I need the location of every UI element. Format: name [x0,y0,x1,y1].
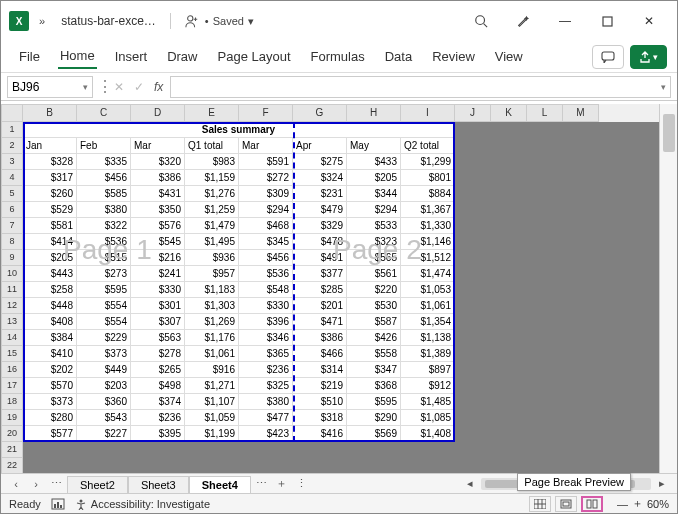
cell[interactable] [491,362,527,378]
cell[interactable]: $801 [401,170,455,186]
cell[interactable]: $329 [293,218,347,234]
cell[interactable] [491,314,527,330]
share-user-icon[interactable] [185,14,199,28]
cell[interactable]: $344 [347,186,401,202]
cell[interactable] [455,234,491,250]
cell[interactable] [527,186,563,202]
cell[interactable]: $563 [131,330,185,346]
cell[interactable]: $545 [131,234,185,250]
cell[interactable] [185,458,239,473]
cell[interactable]: $265 [131,362,185,378]
cell[interactable]: $330 [131,282,185,298]
cell[interactable]: $294 [347,202,401,218]
cell[interactable]: $330 [239,298,293,314]
cell[interactable]: $278 [131,346,185,362]
cell[interactable] [527,330,563,346]
cell[interactable]: $1,061 [185,346,239,362]
cell[interactable]: $1,146 [401,234,455,250]
ribbon-tab-file[interactable]: File [17,45,42,68]
tab-nav-prev[interactable]: ‹ [7,478,25,490]
cell[interactable]: $285 [293,282,347,298]
wand-icon[interactable] [503,6,543,36]
cell[interactable] [563,426,599,442]
cell[interactable]: $1,299 [401,154,455,170]
cell[interactable] [491,394,527,410]
cell[interactable] [455,410,491,426]
sheet-tab-sheet2[interactable]: Sheet2 [67,476,128,493]
cell[interactable]: $468 [239,218,293,234]
cell[interactable]: $431 [131,186,185,202]
cell[interactable] [563,202,599,218]
view-page-layout-button[interactable] [555,496,577,512]
cell[interactable] [455,458,491,473]
cell[interactable]: Sales summary [23,122,455,138]
cell[interactable] [563,154,599,170]
cell[interactable]: $897 [401,362,455,378]
cell[interactable]: $1,159 [185,170,239,186]
cell[interactable]: $569 [347,426,401,442]
cell[interactable] [401,458,455,473]
cell[interactable]: $260 [23,186,77,202]
cell[interactable]: $335 [77,154,131,170]
cell[interactable]: $587 [347,314,401,330]
cell[interactable] [527,458,563,473]
cell[interactable]: $236 [239,362,293,378]
cell[interactable]: $957 [185,266,239,282]
cell[interactable] [563,394,599,410]
cell[interactable]: $1,059 [185,410,239,426]
cell[interactable] [491,202,527,218]
cell[interactable]: $227 [77,426,131,442]
cell[interactable]: $275 [293,154,347,170]
cell[interactable]: $498 [131,378,185,394]
cell[interactable]: $324 [293,170,347,186]
cell[interactable] [491,378,527,394]
cell[interactable] [527,266,563,282]
cell[interactable] [563,410,599,426]
cell[interactable]: $280 [23,410,77,426]
cell[interactable] [23,458,77,473]
cell[interactable]: $466 [293,346,347,362]
cell[interactable] [455,314,491,330]
cell[interactable]: $595 [347,394,401,410]
zoom-in-button[interactable]: ＋ [632,496,643,511]
cell[interactable] [527,282,563,298]
cell[interactable]: $577 [23,426,77,442]
cell[interactable]: $301 [131,298,185,314]
row-header[interactable]: 10 [1,266,23,282]
cell[interactable] [239,458,293,473]
cell[interactable] [563,330,599,346]
row-header[interactable]: 7 [1,218,23,234]
cell[interactable]: $408 [23,314,77,330]
sheet-tab-sheet4[interactable]: Sheet4 [189,476,251,495]
cell[interactable]: $294 [239,202,293,218]
cell[interactable] [563,298,599,314]
cell[interactable] [491,282,527,298]
stats-icon[interactable] [51,498,65,510]
cell[interactable]: $448 [23,298,77,314]
cell[interactable]: $443 [23,266,77,282]
row-header[interactable]: 11 [1,282,23,298]
cell[interactable] [77,458,131,473]
vertical-scrollbar[interactable] [659,104,677,473]
cell[interactable]: $307 [131,314,185,330]
cell[interactable] [491,218,527,234]
cell[interactable]: $368 [347,378,401,394]
ribbon-tab-page-layout[interactable]: Page Layout [216,45,293,68]
cell[interactable] [563,266,599,282]
maximize-button[interactable] [587,6,627,36]
cell[interactable]: $449 [77,362,131,378]
cell[interactable]: $314 [293,362,347,378]
cell[interactable]: $530 [347,298,401,314]
cell[interactable]: $373 [23,394,77,410]
cell[interactable]: $205 [23,250,77,266]
row-header[interactable]: 4 [1,170,23,186]
column-header[interactable]: L [527,104,563,122]
cell[interactable] [455,426,491,442]
row-header[interactable]: 12 [1,298,23,314]
cell[interactable] [527,362,563,378]
cell[interactable] [455,362,491,378]
cell[interactable] [455,330,491,346]
cell[interactable] [491,330,527,346]
cell[interactable]: $884 [401,186,455,202]
cell[interactable] [491,250,527,266]
